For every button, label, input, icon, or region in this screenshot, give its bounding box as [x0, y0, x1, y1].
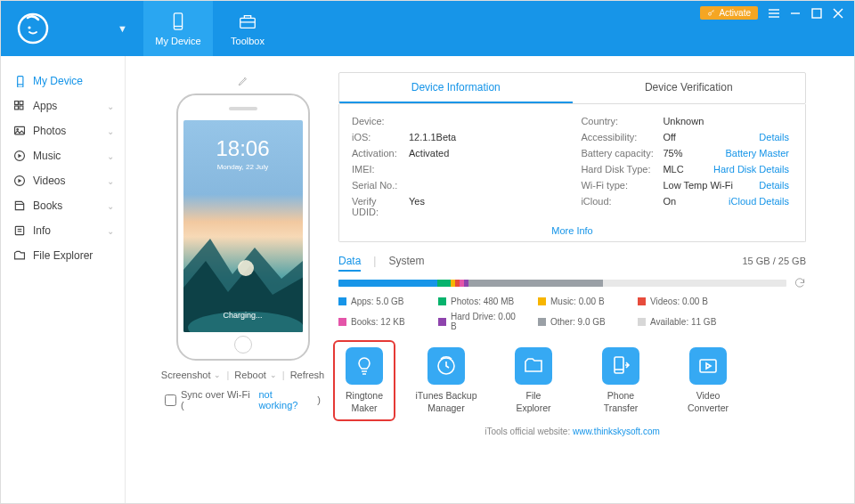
sync-wifi-label: Sync over Wi-Fi ( — [181, 389, 254, 411]
svg-rect-14 — [18, 77, 23, 87]
sidebar-item-books[interactable]: Books⌄ — [1, 193, 125, 218]
chevron-down-icon: ⌄ — [107, 102, 114, 111]
footer-website: iTools official website: www.thinkskysof… — [338, 427, 806, 436]
sidebar-icon — [13, 125, 26, 137]
tool-icon — [697, 355, 719, 377]
sidebar-label: Videos — [33, 175, 65, 187]
tab-device-information[interactable]: Device Information — [339, 73, 573, 103]
info-link[interactable]: Details — [759, 180, 793, 191]
sync-not-working-link[interactable]: not working? — [258, 389, 313, 411]
logo-area[interactable]: ▼ — [1, 1, 143, 56]
nav-my-device[interactable]: My Device — [143, 1, 213, 56]
sidebar-icon — [13, 175, 26, 187]
sidebar-label: Photos — [33, 125, 66, 137]
legend-label: Photos: 480 MB — [451, 297, 514, 306]
legend-item: Hard Drive: 0.00 B — [438, 312, 520, 331]
sidebar-item-photos[interactable]: Photos⌄ — [1, 118, 125, 143]
info-row: Serial No.:Wi-Fi type:Low Temp Wi-FiDeta… — [352, 177, 793, 193]
tool-icon — [354, 355, 375, 377]
close-icon[interactable] — [831, 6, 845, 20]
tool-file-explorer[interactable]: FileExplorer — [502, 347, 565, 414]
device-selector-dropdown-icon[interactable]: ▼ — [118, 23, 127, 34]
chevron-down-icon: ⌄ — [107, 176, 114, 186]
screenshot-button[interactable]: Screenshot — [161, 370, 211, 380]
info-link[interactable]: Battery Master — [725, 148, 793, 159]
info-label: iOS: — [352, 132, 405, 142]
sidebar-label: Apps — [33, 100, 57, 112]
tool-ringtone-maker[interactable]: RingtoneMaker — [333, 340, 395, 421]
legend-label: Other: 9.0 GB — [550, 317, 606, 327]
sidebar-item-music[interactable]: Music⌄ — [1, 143, 125, 168]
sync-wifi-checkbox[interactable] — [165, 394, 176, 406]
app-logo-icon — [17, 12, 49, 45]
info-value: 12.1.1Beta — [409, 132, 456, 142]
legend-label: Available: 11 GB — [650, 317, 716, 327]
legend-swatch — [538, 297, 546, 305]
info-label: Battery capacity: — [581, 148, 659, 159]
minimize-icon[interactable] — [788, 6, 802, 20]
svg-rect-19 — [20, 106, 23, 110]
menu-icon[interactable] — [767, 6, 781, 20]
toolbox-icon — [238, 12, 257, 31]
svg-rect-18 — [15, 106, 19, 110]
svg-marker-25 — [18, 179, 21, 183]
info-link[interactable]: Hard Disk Details — [713, 164, 793, 175]
info-label: Hard Disk Type: — [581, 164, 659, 175]
sidebar-label: My Device — [33, 75, 83, 87]
tool-label: PhoneTransfer — [604, 390, 639, 414]
info-value: Activated — [409, 148, 449, 159]
phone-date: Monday, 22 July — [183, 163, 303, 171]
more-info-link[interactable]: More Info — [352, 220, 793, 236]
sidebar-label: File Explorer — [33, 249, 93, 262]
svg-rect-2 — [174, 12, 182, 28]
activate-button[interactable]: Activate — [700, 6, 758, 20]
chevron-down-icon: ⌄ — [107, 151, 114, 161]
tool-phone-transfer[interactable]: PhoneTransfer — [590, 347, 652, 414]
legend-swatch — [438, 297, 446, 305]
tab-device-verification[interactable]: Device Verification — [573, 73, 806, 103]
legend-item: Videos: 0.00 B — [638, 297, 720, 306]
sidebar-label: Music — [33, 150, 61, 162]
refresh-button[interactable]: Refresh — [290, 370, 325, 380]
svg-marker-23 — [18, 154, 21, 159]
storage-segment — [338, 280, 437, 287]
storage-tab-data[interactable]: Data — [338, 255, 361, 272]
svg-point-1 — [28, 26, 30, 28]
storage-segment — [468, 280, 603, 287]
storage-tab-system[interactable]: System — [388, 255, 424, 267]
phone-time: 18:06 — [183, 136, 303, 161]
info-value: MLC — [663, 164, 683, 175]
info-value: Off — [663, 132, 675, 142]
sidebar-item-info[interactable]: Info⌄ — [1, 218, 125, 243]
storage-total: 15 GB / 25 GB — [742, 256, 806, 266]
legend-label: Books: 12 KB — [351, 317, 405, 327]
refresh-icon[interactable] — [794, 277, 806, 289]
tool-itunes-backup-manager[interactable]: iTunes BackupManager — [415, 347, 477, 414]
nav-toolbox[interactable]: Toolbox — [213, 1, 282, 56]
svg-rect-17 — [20, 102, 23, 105]
sidebar-icon — [13, 199, 26, 212]
sidebar-item-my-device[interactable]: My Device — [1, 69, 125, 93]
tool-icon-box — [602, 347, 639, 385]
official-website-link[interactable]: www.thinkskysoft.com — [573, 427, 660, 436]
sidebar-item-file-explorer[interactable]: File Explorer — [1, 243, 125, 268]
legend-item: Books: 12 KB — [338, 312, 420, 331]
info-link[interactable]: Details — [759, 132, 793, 142]
tool-label: RingtoneMaker — [346, 390, 383, 414]
svg-rect-4 — [240, 18, 256, 28]
maximize-icon[interactable] — [810, 6, 824, 20]
legend-swatch — [338, 318, 346, 326]
chevron-down-icon: ⌄ — [107, 226, 114, 236]
svg-rect-16 — [15, 102, 19, 105]
info-link[interactable]: iCloud Details — [729, 196, 793, 207]
reboot-button[interactable]: Reboot — [234, 370, 265, 380]
legend-label: Apps: 5.0 GB — [351, 297, 403, 306]
svg-rect-27 — [15, 226, 23, 234]
edit-icon[interactable] — [237, 75, 249, 87]
sidebar-item-videos[interactable]: Videos⌄ — [1, 168, 125, 193]
sidebar-icon — [13, 75, 26, 87]
legend-label: Videos: 0.00 B — [650, 297, 708, 306]
sidebar-item-apps[interactable]: Apps⌄ — [1, 93, 125, 118]
tool-video-converter[interactable]: VideoConverter — [677, 347, 739, 414]
sidebar-icon — [13, 100, 26, 112]
